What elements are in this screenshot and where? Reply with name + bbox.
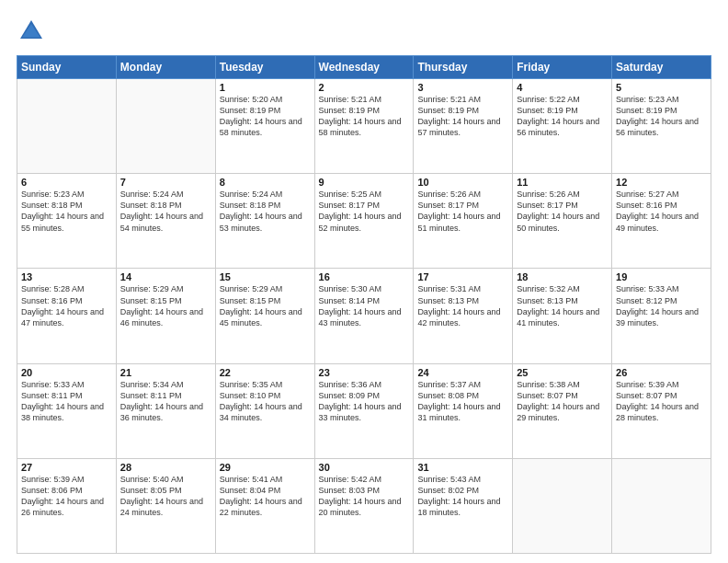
day-info: Sunrise: 5:39 AMSunset: 8:07 PMDaylight:…	[616, 379, 707, 424]
weekday-header: Monday	[116, 56, 215, 79]
calendar-cell: 14Sunrise: 5:29 AMSunset: 8:15 PMDayligh…	[116, 269, 215, 363]
day-number: 18	[517, 271, 608, 282]
day-info: Sunrise: 5:28 AMSunset: 8:16 PMDaylight:…	[21, 283, 112, 328]
weekday-header: Friday	[513, 56, 612, 79]
calendar-cell: 15Sunrise: 5:29 AMSunset: 8:15 PMDayligh…	[215, 269, 314, 363]
weekday-header: Saturday	[612, 56, 711, 79]
day-info: Sunrise: 5:43 AMSunset: 8:02 PMDaylight:…	[417, 474, 508, 519]
day-number: 31	[417, 462, 508, 473]
calendar-cell: 18Sunrise: 5:32 AMSunset: 8:13 PMDayligh…	[513, 269, 612, 363]
calendar-cell: 9Sunrise: 5:25 AMSunset: 8:17 PMDaylight…	[314, 174, 414, 269]
calendar-cell: 28Sunrise: 5:40 AMSunset: 8:05 PMDayligh…	[116, 458, 215, 553]
calendar-cell: 10Sunrise: 5:26 AMSunset: 8:17 PMDayligh…	[414, 174, 513, 269]
calendar-cell: 31Sunrise: 5:43 AMSunset: 8:02 PMDayligh…	[414, 458, 513, 553]
day-info: Sunrise: 5:37 AMSunset: 8:08 PMDaylight:…	[417, 379, 508, 424]
day-info: Sunrise: 5:42 AMSunset: 8:03 PMDaylight:…	[319, 474, 410, 519]
header	[17, 17, 711, 46]
day-number: 25	[517, 367, 608, 378]
day-info: Sunrise: 5:22 AMSunset: 8:19 PMDaylight:…	[517, 94, 608, 139]
day-info: Sunrise: 5:31 AMSunset: 8:13 PMDaylight:…	[417, 283, 508, 328]
day-number: 8	[220, 177, 311, 188]
calendar-cell: 6Sunrise: 5:23 AMSunset: 8:18 PMDaylight…	[17, 174, 117, 269]
calendar-cell: 25Sunrise: 5:38 AMSunset: 8:07 PMDayligh…	[513, 363, 612, 458]
calendar-week-row: 27Sunrise: 5:39 AMSunset: 8:06 PMDayligh…	[17, 458, 711, 553]
calendar-cell: 29Sunrise: 5:41 AMSunset: 8:04 PMDayligh…	[215, 458, 314, 553]
day-info: Sunrise: 5:29 AMSunset: 8:15 PMDaylight:…	[120, 283, 211, 328]
day-info: Sunrise: 5:33 AMSunset: 8:12 PMDaylight:…	[616, 283, 707, 328]
calendar-cell: 20Sunrise: 5:33 AMSunset: 8:11 PMDayligh…	[17, 363, 117, 458]
day-info: Sunrise: 5:21 AMSunset: 8:19 PMDaylight:…	[319, 94, 410, 139]
calendar-table: SundayMondayTuesdayWednesdayThursdayFrid…	[17, 55, 711, 554]
day-info: Sunrise: 5:23 AMSunset: 8:18 PMDaylight:…	[21, 189, 112, 234]
day-number: 17	[417, 271, 508, 282]
calendar-cell: 16Sunrise: 5:30 AMSunset: 8:14 PMDayligh…	[314, 269, 414, 363]
day-info: Sunrise: 5:25 AMSunset: 8:17 PMDaylight:…	[319, 189, 410, 234]
day-number: 23	[319, 367, 410, 378]
day-info: Sunrise: 5:20 AMSunset: 8:19 PMDaylight:…	[220, 94, 311, 139]
day-number: 2	[319, 82, 410, 93]
calendar-cell: 2Sunrise: 5:21 AMSunset: 8:19 PMDaylight…	[314, 79, 414, 174]
calendar-cell: 7Sunrise: 5:24 AMSunset: 8:18 PMDaylight…	[116, 174, 215, 269]
calendar-cell: 19Sunrise: 5:33 AMSunset: 8:12 PMDayligh…	[612, 269, 711, 363]
day-number: 4	[517, 82, 608, 93]
calendar-cell: 1Sunrise: 5:20 AMSunset: 8:19 PMDaylight…	[215, 79, 314, 174]
day-info: Sunrise: 5:26 AMSunset: 8:17 PMDaylight:…	[517, 189, 608, 234]
page: SundayMondayTuesdayWednesdayThursdayFrid…	[0, 0, 728, 563]
day-number: 14	[120, 271, 211, 282]
calendar-cell: 8Sunrise: 5:24 AMSunset: 8:18 PMDaylight…	[215, 174, 314, 269]
day-number: 5	[616, 82, 707, 93]
calendar-cell: 5Sunrise: 5:23 AMSunset: 8:19 PMDaylight…	[612, 79, 711, 174]
day-number: 11	[517, 177, 608, 188]
calendar-cell: 23Sunrise: 5:36 AMSunset: 8:09 PMDayligh…	[314, 363, 414, 458]
day-info: Sunrise: 5:41 AMSunset: 8:04 PMDaylight:…	[220, 474, 311, 519]
calendar-cell: 13Sunrise: 5:28 AMSunset: 8:16 PMDayligh…	[17, 269, 117, 363]
day-info: Sunrise: 5:35 AMSunset: 8:10 PMDaylight:…	[220, 379, 311, 424]
day-info: Sunrise: 5:27 AMSunset: 8:16 PMDaylight:…	[616, 189, 707, 234]
day-number: 27	[21, 462, 112, 473]
calendar-cell: 22Sunrise: 5:35 AMSunset: 8:10 PMDayligh…	[215, 363, 314, 458]
calendar-week-row: 13Sunrise: 5:28 AMSunset: 8:16 PMDayligh…	[17, 269, 711, 363]
day-info: Sunrise: 5:29 AMSunset: 8:15 PMDaylight:…	[220, 283, 311, 328]
day-number: 24	[417, 367, 508, 378]
day-info: Sunrise: 5:40 AMSunset: 8:05 PMDaylight:…	[120, 474, 211, 519]
day-info: Sunrise: 5:21 AMSunset: 8:19 PMDaylight:…	[417, 94, 508, 139]
calendar-week-row: 6Sunrise: 5:23 AMSunset: 8:18 PMDaylight…	[17, 174, 711, 269]
day-info: Sunrise: 5:30 AMSunset: 8:14 PMDaylight:…	[319, 283, 410, 328]
day-number: 13	[21, 271, 112, 282]
day-info: Sunrise: 5:36 AMSunset: 8:09 PMDaylight:…	[319, 379, 410, 424]
calendar-cell: 4Sunrise: 5:22 AMSunset: 8:19 PMDaylight…	[513, 79, 612, 174]
day-number: 20	[21, 367, 112, 378]
day-info: Sunrise: 5:23 AMSunset: 8:19 PMDaylight:…	[616, 94, 707, 139]
day-number: 10	[417, 177, 508, 188]
day-number: 1	[220, 82, 311, 93]
calendar-cell	[513, 458, 612, 553]
calendar-week-row: 1Sunrise: 5:20 AMSunset: 8:19 PMDaylight…	[17, 79, 711, 174]
calendar-cell: 27Sunrise: 5:39 AMSunset: 8:06 PMDayligh…	[17, 458, 117, 553]
day-info: Sunrise: 5:26 AMSunset: 8:17 PMDaylight:…	[417, 189, 508, 234]
weekday-header: Wednesday	[314, 56, 414, 79]
logo-icon	[17, 17, 46, 46]
day-number: 3	[417, 82, 508, 93]
day-number: 7	[120, 177, 211, 188]
calendar-cell: 26Sunrise: 5:39 AMSunset: 8:07 PMDayligh…	[612, 363, 711, 458]
calendar-cell	[17, 79, 117, 174]
weekday-header: Tuesday	[215, 56, 314, 79]
day-number: 16	[319, 271, 410, 282]
calendar-header-row: SundayMondayTuesdayWednesdayThursdayFrid…	[17, 56, 711, 79]
day-number: 12	[616, 177, 707, 188]
calendar-cell: 17Sunrise: 5:31 AMSunset: 8:13 PMDayligh…	[414, 269, 513, 363]
day-number: 26	[616, 367, 707, 378]
calendar-week-row: 20Sunrise: 5:33 AMSunset: 8:11 PMDayligh…	[17, 363, 711, 458]
logo	[17, 17, 50, 46]
day-number: 29	[220, 462, 311, 473]
day-number: 19	[616, 271, 707, 282]
calendar-cell	[116, 79, 215, 174]
day-number: 22	[220, 367, 311, 378]
calendar-cell: 21Sunrise: 5:34 AMSunset: 8:11 PMDayligh…	[116, 363, 215, 458]
weekday-header: Thursday	[414, 56, 513, 79]
day-info: Sunrise: 5:39 AMSunset: 8:06 PMDaylight:…	[21, 474, 112, 519]
day-info: Sunrise: 5:24 AMSunset: 8:18 PMDaylight:…	[220, 189, 311, 234]
calendar-cell: 11Sunrise: 5:26 AMSunset: 8:17 PMDayligh…	[513, 174, 612, 269]
day-number: 30	[319, 462, 410, 473]
day-number: 6	[21, 177, 112, 188]
